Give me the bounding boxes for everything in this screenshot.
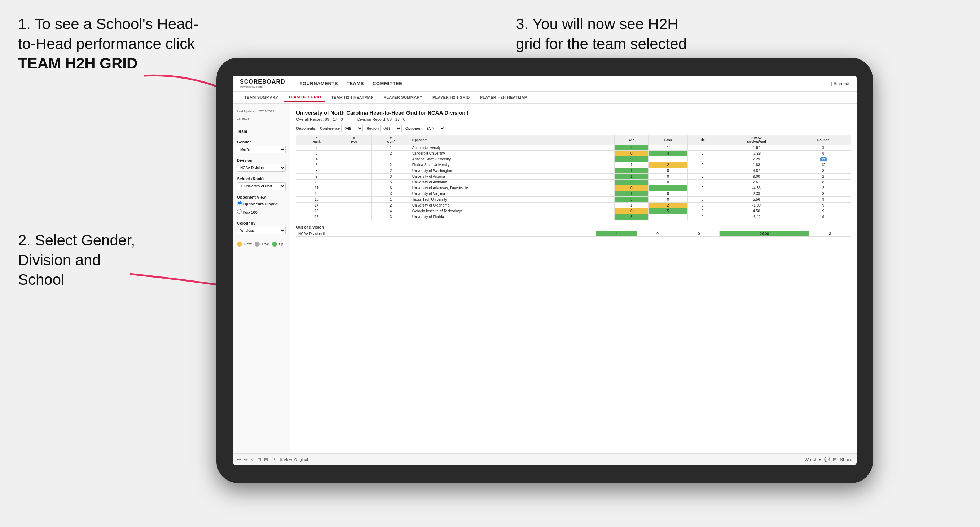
sub-nav-player-summary[interactable]: PLAYER SUMMARY	[379, 93, 427, 102]
copy-btn[interactable]: ⊡	[257, 457, 261, 462]
cell-loss: 0	[649, 197, 688, 203]
cell-conf: 2	[372, 168, 410, 174]
undo-btn[interactable]: ↩	[237, 457, 241, 462]
cell-loss: 1	[649, 145, 688, 151]
cell-conf: 3	[372, 174, 410, 179]
cell-opponent: University of Florida	[410, 214, 615, 220]
cell-reg	[337, 151, 372, 156]
cell-opponent: Vanderbilt University	[410, 151, 615, 156]
cell-rank: 10	[296, 179, 337, 185]
col-diff: Diff AvStrokes/Rnd	[717, 135, 796, 145]
cell-reg	[337, 191, 372, 197]
cell-win: 1	[615, 168, 649, 174]
cell-tie: 0	[688, 168, 717, 174]
school-select[interactable]: 1. University of Nort...	[237, 183, 286, 190]
share-btn[interactable]: Share	[840, 457, 852, 462]
table-row: 13 1 Texas Tech University 3 0 0 5.56 9	[296, 197, 851, 203]
table-row: 9 3 University of Arizona 1 0 0 9.00 2	[296, 174, 851, 179]
tablet-bezel: SCOREBOARD Powered by clippi TOURNAMENTS…	[216, 58, 873, 483]
cell-loss: 0	[637, 231, 678, 237]
cell-tie: 0	[688, 162, 717, 168]
cell-rounds: 9	[796, 214, 851, 220]
paste-btn[interactable]: ⊞	[264, 457, 268, 462]
view-label[interactable]: 🖥 View: Original	[278, 457, 308, 462]
sub-nav: TEAM SUMMARY TEAM H2H GRID TEAM H2H HEAT…	[233, 92, 857, 104]
cell-opponent: University of Washington	[410, 168, 615, 174]
redo-btn[interactable]: ↪	[244, 457, 248, 462]
sidebar-opponent-view: Opponent View Opponents Played Top 100	[237, 195, 286, 216]
cell-rounds: 3	[810, 231, 851, 237]
cell-loss: 0	[649, 168, 688, 174]
sub-nav-player-h2h-grid[interactable]: PLAYER H2H GRID	[428, 93, 474, 102]
cell-conf: 4	[372, 208, 410, 214]
cell-tie: 0	[688, 156, 717, 162]
out-of-division-label: Out of division	[296, 225, 851, 229]
cell-rank: 13	[296, 197, 337, 203]
main-content: Last Updated: 27/03/2024 16:55:38 Team G…	[233, 104, 857, 454]
sub-nav-team-summary[interactable]: TEAM SUMMARY	[240, 93, 282, 102]
sidebar: Last Updated: 27/03/2024 16:55:38 Team G…	[233, 104, 290, 454]
cell-loss: 4	[649, 151, 688, 156]
comment-btn[interactable]: 💬	[824, 457, 830, 462]
cell-reg	[337, 162, 372, 168]
down-label: Down	[244, 242, 253, 246]
color-legend: Down Level Up	[237, 241, 286, 246]
cell-rank: 16	[296, 214, 337, 220]
cell-win: 1	[595, 231, 637, 237]
sidebar-gender-section: Gender Men's	[237, 140, 286, 153]
sign-out[interactable]: | Sign out	[831, 81, 850, 86]
cell-conf: 6	[372, 185, 410, 191]
cell-rank: 9	[296, 174, 337, 179]
table-row: 12 3 University of Virginia 1 0 0 2.33 3	[296, 191, 851, 197]
cell-tie: 0	[678, 231, 719, 237]
cell-reg	[337, 156, 372, 162]
nav-committee[interactable]: COMMITTEE	[372, 81, 402, 86]
sidebar-school-section: School (Rank) 1. University of Nort...	[237, 177, 286, 190]
cell-loss: 0	[649, 179, 688, 185]
cell-rounds: 3	[796, 168, 851, 174]
cell-conf: 3	[372, 214, 410, 220]
cell-diff: 2.33	[717, 191, 796, 197]
nav-tournaments[interactable]: TOURNAMENTS	[300, 81, 338, 86]
region-select[interactable]: (All)	[380, 125, 402, 132]
radio-top-100[interactable]: Top 100	[237, 209, 286, 214]
cell-loss: 5	[649, 208, 688, 214]
cell-tie: 0	[688, 214, 717, 220]
col-loss: Loss	[649, 135, 688, 145]
tablet-screen: SCOREBOARD Powered by clippi TOURNAMENTS…	[233, 76, 857, 465]
cell-tie: 0	[688, 151, 717, 156]
conference-select[interactable]: (All)	[341, 125, 363, 132]
annotation-top-left: 1. To see a School's Head- to-Head perfo…	[18, 14, 198, 73]
cell-opponent: Arizona State University	[410, 156, 615, 162]
app-nav: SCOREBOARD Powered by clippi TOURNAMENTS…	[233, 76, 857, 92]
radio-opponents-played[interactable]: Opponents Played	[237, 201, 286, 206]
cell-win: 1	[615, 203, 649, 208]
colour-select[interactable]: Win/loss	[237, 227, 286, 234]
sub-nav-player-h2h-heatmap[interactable]: PLAYER H2H HEATMAP	[476, 93, 532, 102]
cell-opponent: University of Oklahoma	[410, 203, 615, 208]
opponent-select[interactable]: (All)	[424, 125, 445, 132]
sub-nav-team-h2h-grid[interactable]: TEAM H2H GRID	[284, 93, 325, 102]
table-body: 2 1 Auburn University 2 1 0 1.67 9 3 2 V…	[296, 145, 851, 220]
cell-rank: 11	[296, 185, 337, 191]
cell-loss: 0	[649, 174, 688, 179]
grid-title: University of North Carolina Head-to-Hea…	[296, 110, 851, 116]
grid-btn[interactable]: ⊞	[833, 457, 837, 462]
col-win: Win	[615, 135, 649, 145]
cell-rank: 12	[296, 191, 337, 197]
cell-diff: -1.00	[717, 203, 796, 208]
col-tie: Tie	[688, 135, 717, 145]
table-row: 8 2 University of Washington 1 0 0 3.67 …	[296, 168, 851, 174]
cell-conf: 1	[372, 145, 410, 151]
clock-btn[interactable]: ⏱	[271, 457, 275, 462]
cell-win: 3	[615, 214, 649, 220]
cell-rounds: 17	[796, 156, 851, 162]
watch-btn[interactable]: Watch ▾	[804, 457, 821, 462]
back-btn[interactable]: ◁	[251, 457, 254, 462]
gender-select[interactable]: Men's	[237, 146, 286, 153]
nav-teams[interactable]: TEAMS	[347, 81, 364, 86]
division-select[interactable]: NCAA Division I	[237, 164, 286, 171]
sub-nav-team-h2h-heatmap[interactable]: TEAM H2H HEATMAP	[327, 93, 378, 102]
cell-diff: 3.67	[717, 168, 796, 174]
table-row: 11 6 University of Arkansas, Fayettevill…	[296, 185, 851, 191]
